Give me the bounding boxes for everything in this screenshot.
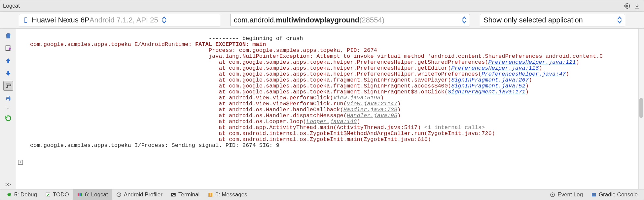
stack-link[interactable]: View.java:5198 <box>333 95 380 101</box>
print-button[interactable] <box>3 93 13 103</box>
svg-rect-2 <box>25 18 27 22</box>
device-selector[interactable]: Huawei Nexus 6P Android 7.1.2, API 25 <box>19 14 220 26</box>
device-name: Huawei Nexus 6P <box>32 16 89 24</box>
stack-link[interactable]: SignInFragment.java:52 <box>451 83 525 89</box>
stack-link[interactable]: View.java:21147 <box>347 101 397 107</box>
svg-rect-11 <box>81 193 82 196</box>
process-name-prefix: com.android. <box>234 16 276 24</box>
filter-scope-selector[interactable]: Show only selected application <box>480 14 625 26</box>
tab-gradle-console[interactable]: Gradle Console <box>587 189 642 200</box>
chevron-updown-icon <box>616 15 624 25</box>
more-button[interactable]: >> <box>5 182 11 187</box>
tool-gutter: ┄ >> <box>0 29 16 189</box>
log-viewport[interactable]: --------- beginning of crash com.google.… <box>26 29 644 189</box>
process-name-bold: multiwindowplayground <box>276 16 359 24</box>
stack-link[interactable]: SignInFragment.java:267 <box>451 77 529 83</box>
fold-toggle[interactable]: + <box>18 160 23 165</box>
process-selector[interactable]: com.android.multiwindowplayground (28554… <box>230 14 470 26</box>
svg-rect-10 <box>79 193 81 196</box>
svg-rect-9 <box>78 193 79 196</box>
log-tag-info: com.google.samples.apps.topeka I/Process… <box>30 142 279 149</box>
svg-point-0 <box>626 5 628 7</box>
svg-rect-6 <box>7 99 9 101</box>
svg-rect-5 <box>7 96 9 98</box>
svg-rect-13 <box>171 193 176 196</box>
stack-link[interactable]: PreferencesHelper.java:47 <box>482 71 566 77</box>
stack-link[interactable]: PreferencesHelper.java:121 <box>488 59 576 65</box>
stack-link[interactable]: Looper.java:148 <box>306 118 357 125</box>
tab-todo[interactable]: TODO <box>41 189 73 200</box>
panel-header: Logcat <box>0 0 644 12</box>
vertical-scrollbar[interactable] <box>638 29 644 189</box>
chevron-updown-icon <box>460 15 468 25</box>
restart-button[interactable] <box>3 113 13 123</box>
svg-text:i: i <box>210 192 211 196</box>
tool-window-bar: 5: Debug TODO 6: Logcat Android Profiler… <box>0 189 644 200</box>
clear-log-button[interactable] <box>3 31 13 41</box>
tab-event-log[interactable]: Event Log <box>546 189 587 200</box>
logcat-tool-window: Logcat Huawei Nexus 6P Android 7.1.2, AP… <box>0 0 644 200</box>
stack-link[interactable]: Handler.java:739 <box>343 107 397 113</box>
down-stack-button[interactable] <box>3 68 13 78</box>
soft-wraps-button[interactable] <box>3 81 13 91</box>
filter-bar: Huawei Nexus 6P Android 7.1.2, API 25 co… <box>0 12 644 29</box>
tab-terminal[interactable]: Terminal <box>166 189 203 200</box>
gear-icon[interactable] <box>623 2 631 10</box>
filter-scope-label: Show only selected application <box>483 16 583 24</box>
panel-title: Logcat <box>3 3 20 9</box>
terminal-icon <box>170 192 176 198</box>
tab-profiler[interactable]: Android Profiler <box>112 189 166 200</box>
chevron-updown-icon <box>160 15 168 25</box>
stack-link[interactable]: Handler.java:95 <box>347 113 397 119</box>
process-pid: (28554) <box>359 16 384 24</box>
bug-icon <box>6 192 12 198</box>
eventlog-icon <box>550 192 555 198</box>
device-api: Android 7.1.2, API 25 <box>89 16 158 24</box>
logcat-body: ┄ >> + --------- beginning of crash com.… <box>0 29 644 189</box>
logcat-icon <box>77 192 83 198</box>
scroll-end-button[interactable] <box>3 43 13 53</box>
log-content: --------- beginning of crash com.google.… <box>30 36 642 149</box>
todo-icon <box>45 192 51 198</box>
scrollbar-thumb[interactable] <box>639 98 643 118</box>
up-stack-button[interactable] <box>3 56 13 66</box>
gradle-icon <box>591 192 597 198</box>
svg-point-17 <box>552 194 553 195</box>
stack-link[interactable]: SignInFragment.java:171 <box>448 89 525 95</box>
hide-icon[interactable] <box>633 2 641 10</box>
gutter-separator: ┄ <box>7 106 10 111</box>
tab-messages[interactable]: i 0: Messages <box>203 189 251 200</box>
stack-link[interactable]: PreferencesHelper.java:116 <box>451 65 539 71</box>
tab-logcat[interactable]: 6: Logcat <box>73 189 112 200</box>
tab-debug[interactable]: 5: Debug <box>2 189 41 200</box>
messages-icon: i <box>207 192 213 198</box>
device-icon <box>22 17 29 23</box>
profiler-icon <box>116 192 122 198</box>
log-tag-error: com.google.samples.apps.topeka E/Android… <box>30 41 195 48</box>
fold-gutter: + <box>16 29 26 189</box>
